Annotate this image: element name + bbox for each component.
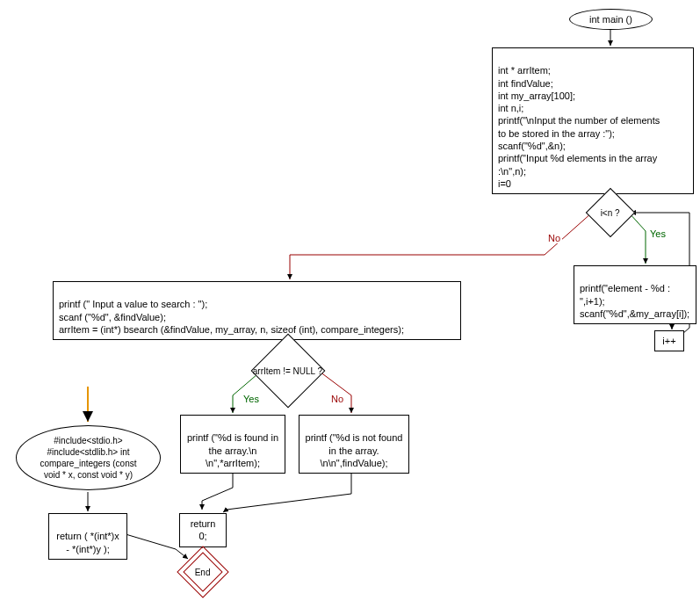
null-yes-label: Yes	[242, 394, 261, 404]
start-label: int main ()	[589, 13, 632, 25]
end-text: End	[195, 567, 211, 576]
compare-return: return ( *(int*)x - *(int*)y );	[48, 513, 127, 560]
search-block: printf (" Input a value to search : "); …	[53, 281, 461, 340]
return0-text: return 0;	[191, 518, 216, 541]
init-text: int * arrItem; int findValue; int my_arr…	[498, 65, 660, 189]
null-no-label: No	[329, 394, 345, 404]
found-block: printf ("%d is found in the array.\n \n"…	[180, 415, 285, 474]
cmpret-text: return ( *(int*)x - *(int*)y );	[56, 531, 119, 554]
return0: return 0;	[179, 513, 227, 547]
increment: i++	[654, 330, 684, 351]
search-text: printf (" Input a value to search : "); …	[59, 299, 404, 335]
notfound-block: printf ("%d is not found in the array. \…	[299, 415, 409, 474]
incr-text: i++	[662, 336, 675, 346]
loop-yes-label: Yes	[648, 228, 668, 239]
notfound-text: printf ("%d is not found in the array. \…	[306, 432, 403, 468]
include-node: #include<stdio.h> #include<stdlib.h> int…	[16, 425, 161, 490]
loop-no-label: No	[546, 233, 562, 243]
null-cond-text: arrItem != NULL ?	[253, 366, 322, 377]
loop-body: printf("element - %d : ",i+1); scanf("%d…	[574, 265, 696, 324]
include-text: #include<stdio.h> #include<stdlib.h> int…	[40, 435, 136, 481]
loop-body-text: printf("element - %d : ",i+1); scanf("%d…	[580, 283, 689, 319]
init-block: int * arrItem; int findValue; int my_arr…	[492, 47, 694, 194]
loop-cond-text: i<n ?	[601, 207, 620, 219]
start-node: int main ()	[569, 9, 653, 30]
found-text: printf ("%d is found in the array.\n \n"…	[187, 432, 278, 468]
